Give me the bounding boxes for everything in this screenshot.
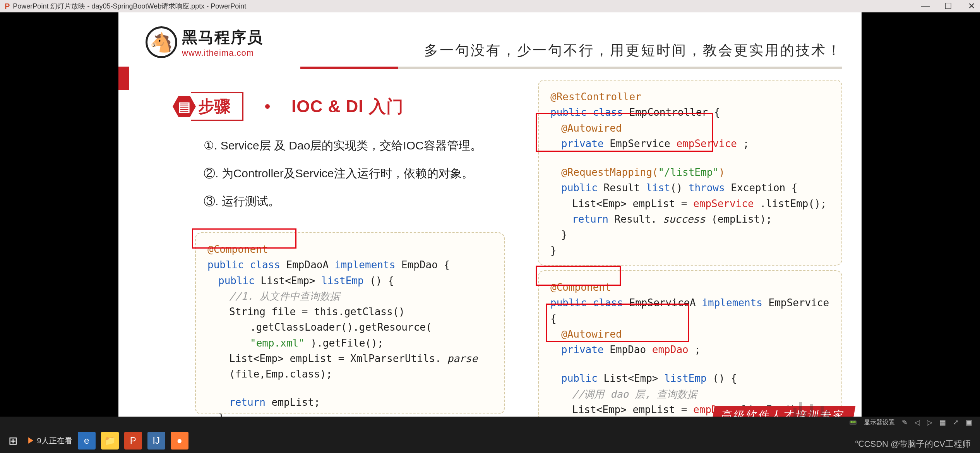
statusbar: 📟 显示器设置 ✎ ◁ ▷ ▦ ⤢ ▣ xyxy=(0,417,980,428)
tagline: 多一句没有，少一句不行，用更短时间，教会更实用的技术！ xyxy=(424,41,842,60)
bullet-dot-icon xyxy=(265,104,270,109)
intellij-icon[interactable]: IJ xyxy=(147,432,165,450)
slide: 🐴 黑马程序员 www.itheima.com 多一句没有，少一句不行，用更短时… xyxy=(118,12,862,427)
step-item-3: ③. 运行测试。 xyxy=(204,187,482,215)
minimize-button[interactable]: — xyxy=(921,1,929,11)
horse-icon: 🐴 xyxy=(146,26,177,58)
taskbar: ⊞ ▶ 9人正在看 e 📁 P IJ ● xyxy=(0,428,980,453)
windows-start-icon[interactable]: ⊞ xyxy=(4,432,22,450)
step-list: ①. Service层 及 Dao层的实现类，交给IOC容器管理。 ②. 为Co… xyxy=(204,132,482,215)
titlebar: P PowerPoint 幻灯片放映 - day05-SpringBootWeb… xyxy=(0,0,980,12)
close-button[interactable]: ✕ xyxy=(968,1,975,11)
annotation-restcontroller: @RestController xyxy=(550,91,641,103)
code-box-dao: @Component public class EmpDaoA implemen… xyxy=(195,232,505,414)
grid-view-icon[interactable]: ▦ xyxy=(939,418,946,427)
highlight-autowired-svc xyxy=(546,304,689,342)
red-side-tab xyxy=(118,67,129,90)
step-label: 步骤 xyxy=(195,96,234,117)
code-box-controller: @RestController public class EmpControll… xyxy=(538,80,842,266)
logo-domain: www.itheima.com xyxy=(182,48,263,58)
logo-text-zh: 黑马程序员 xyxy=(182,27,263,48)
maximize-button[interactable]: ☐ xyxy=(944,1,952,11)
logo: 🐴 黑马程序员 www.itheima.com xyxy=(146,26,263,58)
postman-icon[interactable]: ● xyxy=(171,432,188,450)
step-header: ▤ 步骤 IOC & DI 入门 xyxy=(173,92,404,121)
highlight-autowired-controller xyxy=(536,113,713,152)
step-item-2: ②. 为Controller及Service注入运行时，依赖的对象。 xyxy=(204,160,482,187)
powerpoint-icon: P xyxy=(5,2,10,11)
slide-area: 🐴 黑马程序员 www.itheima.com 多一句没有，少一句不行，用更短时… xyxy=(0,12,980,434)
prev-slide-icon[interactable]: ◁ xyxy=(915,418,920,427)
edge-icon[interactable]: e xyxy=(78,432,96,450)
csdn-watermark: ℃CSDN @带脑子的CV工程师 xyxy=(855,438,971,450)
status-display-settings[interactable]: 显示器设置 xyxy=(864,419,895,427)
pen-tool-icon[interactable]: ✎ xyxy=(902,418,908,427)
viewer-count-overlay: ▶ 9人正在看 xyxy=(27,436,72,446)
end-show-icon[interactable]: ▣ xyxy=(966,418,972,427)
window-title: PowerPoint 幻灯片放映 - day05-SpringBootWeb请求… xyxy=(13,2,246,11)
header-divider xyxy=(300,67,842,69)
step-item-1: ①. Service层 及 Dao层的实现类，交给IOC容器管理。 xyxy=(204,132,482,160)
highlight-component-dao xyxy=(192,228,296,249)
step-title: IOC & DI 入门 xyxy=(291,95,404,118)
zoom-icon[interactable]: ⤢ xyxy=(953,418,959,427)
next-slide-icon[interactable]: ▷ xyxy=(927,418,932,427)
file-explorer-icon[interactable]: 📁 xyxy=(101,432,119,450)
highlight-component-svc xyxy=(536,266,621,286)
powerpoint-taskbar-icon[interactable]: P xyxy=(124,432,142,450)
